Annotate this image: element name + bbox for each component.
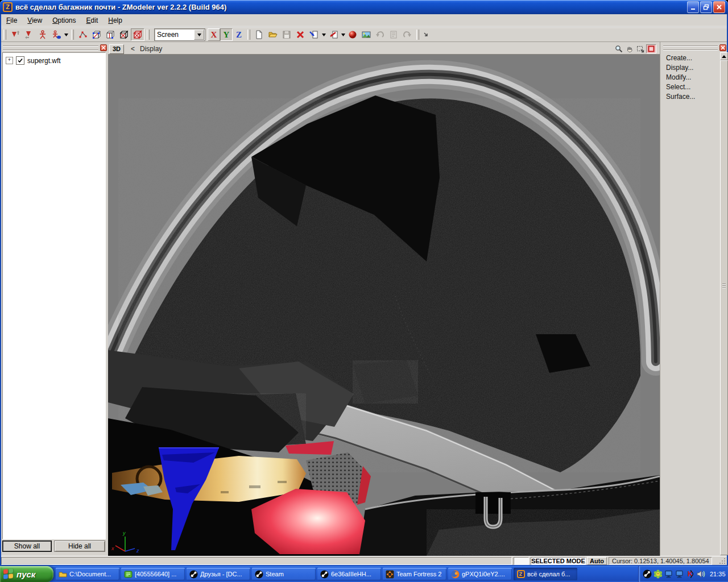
toolbar-grip[interactable] [3,30,6,40]
save-file-button[interactable] [280,28,293,41]
right-panel-grip[interactable] [663,45,718,50]
export-button[interactable] [326,28,340,41]
toolbar-grip[interactable] [247,30,250,40]
viewport-toolbar: 3D < Display [108,44,660,55]
taskbar-button-steam-window[interactable]: 6e36aIIIeHH... [317,568,381,580]
command-select[interactable]: Select... [660,82,719,92]
view-selector-combobox[interactable]: Screen [154,28,205,41]
pose-figure-button[interactable] [36,28,49,41]
axis-y-button[interactable]: Y [220,28,233,41]
material-editor-button[interactable] [346,28,359,41]
new-file-button[interactable] [253,28,266,41]
close-button[interactable] [713,1,725,13]
auto-button[interactable]: Auto [587,557,607,565]
fit-region-button[interactable] [635,44,646,53]
taskbar-button-label: всё сделал б... [527,571,570,577]
tree-item-supergt[interactable]: + supergt.wft [3,53,105,65]
resize-grip[interactable] [719,558,726,565]
import-dropdown[interactable] [321,28,326,41]
tree-expander[interactable]: + [6,57,13,64]
import-button[interactable] [307,28,321,41]
toolbar-grip[interactable] [71,30,74,40]
hide-all-button[interactable]: Hide all [54,541,105,552]
right-panel-header[interactable] [661,44,726,51]
export-dropdown[interactable] [340,28,346,41]
zoom-button[interactable] [614,44,624,53]
left-panel-header[interactable] [1,44,107,51]
menu-file[interactable]: File [1,15,22,26]
notes-button[interactable] [387,28,400,41]
command-display[interactable]: Display... [660,63,719,73]
taskbar-button-label: Steam [266,571,284,577]
status-bar: SELECTED MODE Auto Cursor: 0.12513, 1.40… [1,556,727,566]
scene-tree-panel[interactable]: + supergt.wft [2,52,106,539]
texture-image-icon [361,30,371,40]
redo-button[interactable] [400,28,414,41]
pose-menu-dropdown[interactable] [63,28,69,41]
nav-back-button[interactable]: < [131,45,135,53]
select-move-vertical-button[interactable] [9,28,22,41]
funnel-horizontal-icon [24,30,34,40]
command-create[interactable]: Create... [660,53,719,63]
open-file-button[interactable] [266,28,280,41]
axis-z-label: z [136,548,139,554]
taskbar-button-explorer[interactable]: C:\Document... [56,568,119,580]
3d-viewport-canvas[interactable]: x y z [108,55,660,556]
view-mode-button[interactable]: 3D [109,44,124,54]
volume-icon[interactable] [697,569,706,579]
left-panel-grip[interactable] [3,45,98,50]
toolbar-overflow-button[interactable] [421,28,430,41]
axis-z-button[interactable]: Z [233,28,245,41]
menu-options[interactable]: Options [47,15,81,26]
close-view-button[interactable] [646,44,656,53]
command-surface[interactable]: Surface... [660,92,719,102]
zmodeler-app-icon[interactable]: Z [3,2,13,12]
pan-button[interactable] [624,44,635,53]
cube-red-icon [133,30,143,40]
edit-cube-move-button[interactable] [104,28,117,41]
toolbar-grip[interactable] [416,30,419,40]
taskbar-button-firefox[interactable]: gPXQ1i0eY2.... [448,568,512,580]
command-modify[interactable]: Modify... [660,73,719,82]
network-icon[interactable] [675,569,684,579]
taskbar-button-tf2[interactable]: Team Fortress 2 [383,568,446,580]
taskbar-button-steam[interactable]: Steam [252,568,316,580]
menu-help[interactable]: Help [103,15,127,26]
nav-label[interactable]: Display [140,45,162,53]
tree-item-label[interactable]: supergt.wft [27,57,61,65]
taskbar-button-steam-friends[interactable]: Друзья - [DC... [187,568,250,580]
network-icon[interactable] [664,569,673,579]
undo-button[interactable] [373,28,387,41]
axis-x-button[interactable]: X [208,28,220,41]
restore-button[interactable] [700,1,712,13]
title-bar[interactable]: Z всё сделал багажник почти - ZModeler v… [0,0,728,14]
qip-icon [124,570,133,579]
cube-blue-handles-icon [92,30,102,40]
steam-tray-icon[interactable] [643,569,652,579]
kaspersky-icon[interactable]: K [686,569,695,579]
select-move-horizontal-button[interactable] [22,28,36,41]
icq-flower-icon[interactable] [653,569,663,579]
texture-browser-button[interactable] [359,28,373,41]
vertices-mode-button[interactable] [76,28,90,41]
delete-button[interactable] [293,28,307,41]
menu-edit[interactable]: Edit [81,15,104,26]
minimize-button[interactable] [687,1,699,13]
show-all-button[interactable]: Show all [2,541,52,552]
edit-cube-uv-button[interactable] [90,28,104,41]
tree-checkbox[interactable] [16,56,24,65]
cube-selected-button[interactable] [131,28,144,41]
cube-wireframe-button[interactable] [117,28,131,41]
start-button[interactable]: пуск [0,566,53,582]
taskbar-button-qip[interactable]: [405556640] ... [121,568,185,580]
menu-view[interactable]: View [22,15,47,26]
toolbar-grip[interactable] [147,30,150,40]
scrollbar-up-button[interactable] [720,52,728,60]
left-panel-close-button[interactable] [100,44,107,51]
combobox-dropdown-button[interactable] [194,30,204,40]
taskbar-button-zmodeler[interactable]: Z всё сделал б... [514,568,577,580]
pose-figure-menu-button[interactable] [49,28,63,41]
right-scrollbar-thumb[interactable] [720,60,728,555]
right-panel-close-button[interactable] [719,44,726,51]
3d-scene: x y z [108,55,660,556]
